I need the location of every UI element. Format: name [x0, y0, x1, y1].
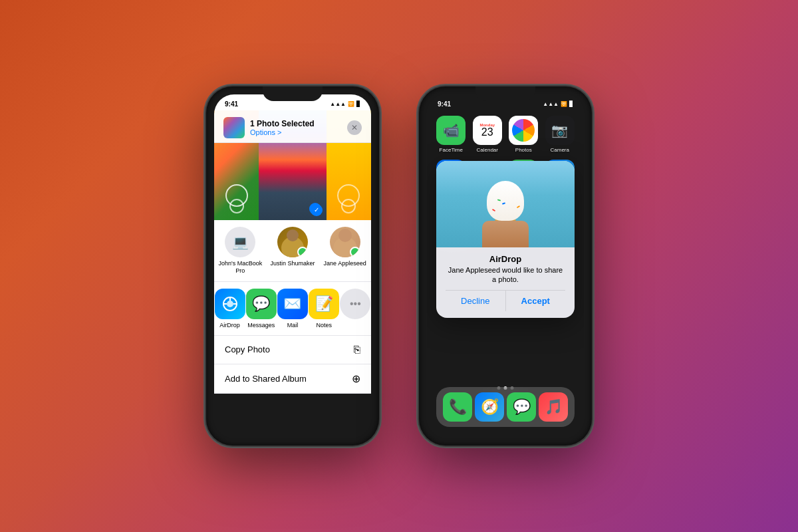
left-status-icons: ▲▲▲ 🛜 ▊	[330, 101, 360, 107]
left-time: 9:41	[225, 100, 238, 108]
mail-label: Mail	[287, 322, 299, 329]
macbook-name: John's MacBook Pro	[217, 260, 263, 275]
justin-name: Justin Shumaker	[270, 260, 315, 267]
right-phone-screen: 9:41 ▲▲▲ 🛜 ▊ 📹 FaceTime Monday 23	[427, 94, 584, 438]
share-photo-thumbnail	[223, 117, 245, 138]
jane-name: Jane Appleseed	[324, 260, 366, 267]
app-messages[interactable]: 💬 Messages	[246, 289, 277, 329]
left-notch	[263, 86, 323, 101]
contact-jane[interactable]: Jane Appleseed	[322, 227, 368, 275]
share-header-text: 1 Photo Selected Options >	[250, 119, 342, 136]
jane-badge	[350, 247, 360, 257]
calendar-label: Calendar	[477, 147, 498, 153]
left-phone-screen: 9:41 ▲▲▲ 🛜 ▊ ✓	[214, 94, 371, 438]
share-options[interactable]: Options >	[250, 128, 342, 136]
right-time: 9:41	[438, 100, 451, 108]
dock-messages-icon[interactable]: 💬	[507, 392, 536, 422]
copy-photo-label: Copy Photo	[225, 344, 270, 354]
right-wifi-icon: 🛜	[561, 101, 567, 107]
justin-badge	[297, 247, 308, 257]
right-phone: 9:41 ▲▲▲ 🛜 ▊ 📹 FaceTime Monday 23	[419, 86, 592, 446]
airdrop-alert-message: Jane Appleseed would like to share a pho…	[446, 265, 565, 285]
contact-justin[interactable]: Justin Shumaker	[269, 227, 316, 275]
share-close-button[interactable]: ✕	[347, 120, 362, 135]
mail-icon: ✉️	[277, 289, 308, 319]
app-more[interactable]: •••	[340, 289, 370, 329]
copy-photo-icon: ⎘	[354, 344, 360, 356]
dock-music-icon[interactable]: 🎵	[539, 392, 568, 422]
airdrop-accept-button[interactable]: Accept	[506, 291, 566, 311]
right-status-icons: ▲▲▲ 🛜 ▊	[543, 101, 573, 107]
photos-icon	[509, 116, 538, 145]
messages-icon: 💬	[246, 289, 277, 319]
home-dock: 📞 🧭 💬 🎵	[436, 387, 575, 427]
contacts-row: 💻 John's MacBook Pro Justin Shumaker	[214, 220, 371, 282]
justin-avatar	[277, 227, 308, 257]
airdrop-alert: AirDrop Jane Appleseed would like to sha…	[436, 161, 575, 318]
airdrop-alert-title: AirDrop	[446, 254, 565, 264]
airdrop-alert-buttons: Decline Accept	[446, 290, 565, 311]
airdrop-decline-button[interactable]: Decline	[446, 291, 506, 311]
dock-phone-icon[interactable]: 📞	[443, 392, 472, 422]
svg-point-1	[227, 301, 233, 307]
wifi-icon: 🛜	[348, 101, 354, 107]
notes-label: Notes	[316, 322, 332, 329]
more-icon: •••	[340, 289, 370, 319]
home-app-facetime[interactable]: 📹 FaceTime	[436, 116, 466, 153]
battery-icon: ▊	[356, 101, 360, 107]
camera-label: Camera	[551, 147, 569, 153]
home-app-calendar[interactable]: Monday 23 Calendar	[473, 116, 503, 153]
calendar-icon: Monday 23	[473, 116, 502, 145]
facetime-icon: 📹	[436, 116, 466, 145]
add-album-label: Add to Shared Album	[225, 374, 307, 384]
calendar-day: 23	[481, 127, 493, 138]
add-album-icon: ⊕	[352, 372, 360, 385]
apps-row: AirDrop 💬 Messages ✉️ Mail 📝 Notes	[214, 282, 371, 336]
macbook-avatar: 💻	[225, 227, 255, 257]
add-album-row[interactable]: Add to Shared Album ⊕	[214, 364, 371, 394]
notes-icon: 📝	[309, 289, 339, 319]
airdrop-alert-content: AirDrop Jane Appleseed would like to sha…	[436, 247, 575, 318]
right-signal-icon: ▲▲▲	[543, 101, 559, 107]
app-notes[interactable]: 📝 Notes	[309, 289, 339, 329]
right-battery-icon: ▊	[569, 101, 573, 107]
home-app-camera[interactable]: 📷 Camera	[545, 116, 575, 153]
copy-photo-row[interactable]: Copy Photo ⎘	[214, 336, 371, 364]
photos-label: Photos	[515, 147, 532, 153]
right-notch	[475, 86, 535, 101]
contact-macbook[interactable]: 💻 John's MacBook Pro	[217, 227, 263, 275]
airdrop-icon	[215, 289, 245, 319]
facetime-label: FaceTime	[440, 147, 463, 153]
home-app-photos[interactable]: Photos	[509, 116, 539, 153]
share-title: 1 Photo Selected	[250, 119, 342, 128]
app-airdrop[interactable]: AirDrop	[215, 289, 245, 329]
jane-avatar	[330, 227, 360, 257]
airdrop-preview-image	[436, 161, 575, 247]
signal-icon: ▲▲▲	[330, 101, 346, 107]
camera-icon: 📷	[545, 116, 575, 145]
messages-label: Messages	[247, 322, 275, 329]
app-mail[interactable]: ✉️ Mail	[277, 289, 308, 329]
airdrop-label: AirDrop	[219, 322, 240, 329]
dock-safari-icon[interactable]: 🧭	[475, 392, 504, 422]
left-phone: 9:41 ▲▲▲ 🛜 ▊ ✓	[206, 86, 379, 446]
share-header: 1 Photo Selected Options > ✕	[214, 110, 371, 143]
